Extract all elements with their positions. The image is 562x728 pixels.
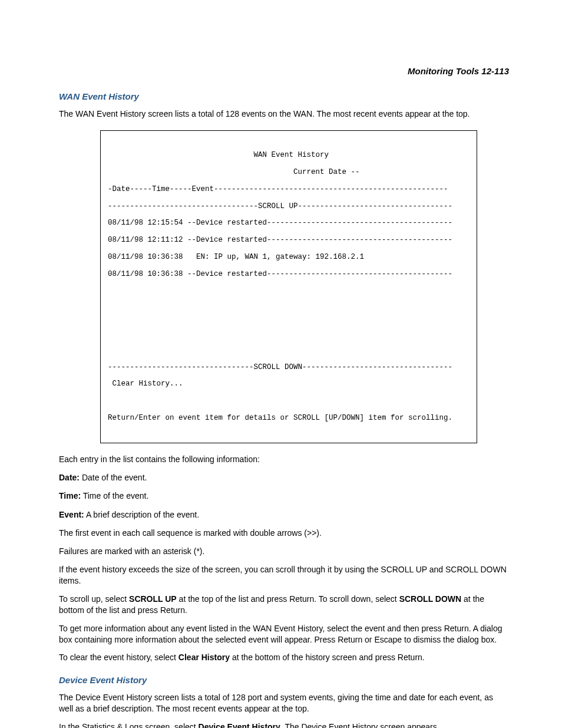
section-heading-device: Device Event History — [59, 674, 509, 686]
time-label: Time: — [59, 491, 81, 500]
scroll-instructions: To scroll up, select SCROLL UP at the to… — [59, 594, 509, 616]
terminal-line: WAN Event History — [108, 151, 470, 159]
clear-history-note: To clear the event history, select Clear… — [59, 652, 509, 663]
terminal-line: Clear History... — [108, 380, 470, 388]
terminal-line: -Date-----Time-----Event----------------… — [108, 185, 470, 193]
t: In the Statistics & Logs screen, select — [59, 722, 199, 728]
device-intro: The Device Event History screen lists a … — [59, 692, 509, 714]
event-text: A brief description of the event. — [84, 510, 199, 519]
date-label: Date: — [59, 473, 80, 482]
scroll-down-bold: SCROLL DOWN — [399, 594, 462, 604]
terminal-line: ---------------------------------SCROLL … — [108, 363, 470, 371]
terminal-line: 08/11/98 10:36:38 --Device restarted----… — [108, 270, 470, 278]
clear-history-bold: Clear History — [178, 653, 230, 662]
scroll-note: If the event history exceeds the size of… — [59, 564, 509, 587]
time-field: Time: Time of the event. — [59, 490, 509, 502]
event-field: Event: A brief description of the event. — [59, 509, 509, 521]
terminal-screenshot: WAN Event History Current Date -- -Date-… — [100, 130, 477, 443]
scroll-up-bold: SCROLL UP — [129, 594, 177, 604]
section-heading-wan: WAN Event History — [59, 90, 509, 103]
device-event-history-bold: Device Event History — [199, 722, 280, 728]
terminal-line: 08/11/98 10:36:38 EN: IP up, WAN 1, gate… — [108, 253, 470, 261]
page-header: Monitoring Tools 12-113 — [59, 65, 509, 77]
arrows-note: The first event in each call sequence is… — [59, 528, 509, 539]
intro-paragraph: The WAN Event History screen lists a tot… — [59, 108, 509, 120]
time-text: Time of the event. — [81, 491, 148, 500]
date-text: Date of the event. — [80, 473, 147, 482]
date-field: Date: Date of the event. — [59, 472, 509, 484]
terminal-line: Current Date -- — [108, 168, 470, 176]
t: To scroll up, select — [59, 594, 129, 604]
more-info-note: To get more information about any event … — [59, 623, 509, 645]
terminal-line: ----------------------------------SCROLL… — [108, 202, 470, 210]
failures-note: Failures are marked with an asterisk (*)… — [59, 546, 509, 557]
event-label: Event: — [59, 510, 84, 519]
device-select-note: In the Statistics & Logs screen, select … — [59, 722, 509, 728]
t: at the top of the list and press Return.… — [177, 594, 399, 604]
terminal-line: Return/Enter on event item for details o… — [108, 414, 470, 422]
t: . The Device Event History screen appear… — [280, 722, 439, 728]
entry-intro: Each entry in the list contains the foll… — [59, 454, 509, 465]
t: To clear the event history, select — [59, 653, 178, 662]
terminal-line: 08/11/98 12:11:12 --Device restarted----… — [108, 236, 470, 244]
t: at the bottom of the history screen and … — [230, 653, 425, 662]
terminal-line: 08/11/98 12:15:54 --Device restarted----… — [108, 219, 470, 227]
